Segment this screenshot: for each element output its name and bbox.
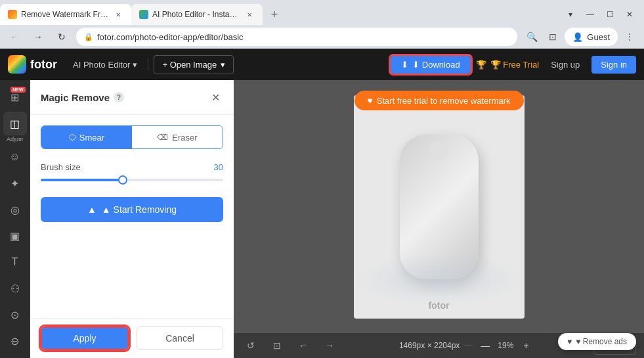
brush-size-value: 30 bbox=[214, 162, 223, 172]
open-image-label: + Open Image bbox=[162, 60, 217, 70]
start-removing-button[interactable]: ▲ ▲ Start Removing bbox=[41, 197, 223, 222]
back-button[interactable]: ← bbox=[5, 28, 24, 46]
zoom-info: 1469px × 2204px — — 19% + bbox=[399, 338, 533, 353]
split-view-icon[interactable]: ⊡ bbox=[544, 28, 562, 46]
flip-icon[interactable]: ⊡ bbox=[268, 336, 286, 355]
fotor-logo: fotor bbox=[8, 55, 57, 74]
main-area: ⊞ NEW ◫ Adjust ☺ ✦ ◎ ▣ T ⚇ ⊙ ⊖ Magic Rem… bbox=[0, 80, 644, 358]
face-icon[interactable]: ☺ bbox=[3, 145, 27, 169]
eraser-icon: ⌫ bbox=[157, 133, 168, 142]
panel-footer: Apply Cancel bbox=[30, 318, 234, 358]
logo-icon bbox=[8, 55, 26, 74]
brush-size-slider[interactable] bbox=[41, 179, 223, 181]
win-minimize[interactable]: ▾ bbox=[561, 5, 580, 24]
image-dimensions: 1469px × 2204px bbox=[399, 341, 460, 350]
ai-photo-editor-button[interactable]: AI Photo Editor ▾ bbox=[68, 57, 142, 72]
browser-chrome: Remove Watermark From Photo ✕ AI Photo E… bbox=[0, 0, 644, 49]
slider-thumb[interactable] bbox=[118, 175, 127, 185]
smear-label: Smear bbox=[79, 133, 104, 143]
tab-bar: Remove Watermark From Photo ✕ AI Photo E… bbox=[0, 0, 644, 25]
url-text: fotor.com/photo-editor-app/editor/basic bbox=[97, 32, 509, 42]
header-divider bbox=[148, 58, 148, 71]
help-icon[interactable]: ? bbox=[114, 92, 124, 102]
tool-adjust[interactable]: ◫ Adjust bbox=[3, 112, 27, 143]
signin-button[interactable]: Sign in bbox=[591, 56, 636, 74]
window-controls: ▾ — ☐ ✕ bbox=[561, 5, 644, 24]
frame-icon[interactable]: ▣ bbox=[3, 224, 27, 248]
splash-effect bbox=[354, 253, 525, 305]
panel-close-button[interactable]: ✕ bbox=[207, 89, 223, 105]
guest-button[interactable]: 👤 Guest bbox=[565, 28, 618, 46]
eraser-label: Eraser bbox=[172, 133, 197, 143]
left-toolbar: ⊞ NEW ◫ Adjust ☺ ✦ ◎ ▣ T ⚇ ⊙ ⊖ bbox=[0, 80, 30, 358]
guest-label: Guest bbox=[587, 32, 610, 42]
download-button[interactable]: ⬇ ⬇ Download bbox=[391, 56, 470, 74]
effects-icon[interactable]: ✦ bbox=[3, 171, 27, 195]
person-icon: 👤 bbox=[572, 32, 583, 42]
signup-button[interactable]: Sign up bbox=[544, 56, 586, 74]
panel-title: Magic Remove ? bbox=[41, 92, 124, 103]
minus-icon[interactable]: ⊖ bbox=[3, 329, 27, 353]
trophy-icon: 🏆 bbox=[476, 60, 486, 70]
grid-icon-symbol: ⊞ bbox=[11, 91, 19, 104]
brush-size-row: Brush size 30 bbox=[41, 162, 223, 172]
search-icon[interactable]: 🔍 bbox=[523, 28, 541, 46]
tab-instant[interactable]: AI Photo Editor - Instant Photo E... ✕ bbox=[131, 4, 263, 25]
zoom-out-button[interactable]: — bbox=[478, 338, 492, 353]
start-removing-icon: ▲ bbox=[87, 204, 97, 215]
watermark-banner[interactable]: ♥ Start free trial to remove watermark bbox=[354, 91, 523, 110]
tab-close-1[interactable]: ✕ bbox=[113, 9, 123, 20]
url-bar[interactable]: 🔒 fotor.com/photo-editor-app/editor/basi… bbox=[76, 28, 517, 46]
adjust-icon[interactable]: ◫ bbox=[3, 112, 27, 135]
eye-icon[interactable]: ◎ bbox=[3, 198, 27, 221]
tab-close-2[interactable]: ✕ bbox=[244, 9, 255, 20]
address-icons: 🔍 ⊡ 👤 Guest ⋮ bbox=[523, 28, 639, 46]
win-restore[interactable]: ☐ bbox=[601, 5, 619, 24]
text-icon[interactable]: T bbox=[3, 250, 27, 274]
zoom-level: 19% bbox=[498, 341, 513, 350]
reload-button[interactable]: ↻ bbox=[53, 28, 71, 46]
people-icon[interactable]: ⚇ bbox=[3, 277, 27, 300]
chevron-down-icon-2: ▾ bbox=[221, 60, 225, 70]
tool-grid[interactable]: ⊞ NEW bbox=[3, 85, 27, 109]
smear-icon: ⬡ bbox=[69, 133, 75, 142]
open-image-button[interactable]: + Open Image ▾ bbox=[154, 55, 234, 74]
win-close[interactable]: ✕ bbox=[620, 5, 639, 24]
sticker-icon[interactable]: ⊙ bbox=[3, 303, 27, 326]
adjust-label: Adjust bbox=[7, 136, 23, 143]
cancel-button[interactable]: Cancel bbox=[137, 326, 223, 350]
prev-icon[interactable]: ← bbox=[294, 336, 312, 355]
rotate-icon[interactable]: ↺ bbox=[242, 336, 260, 355]
start-removing-label: ▲ Start Removing bbox=[102, 204, 177, 215]
new-badge: NEW bbox=[11, 87, 25, 93]
magic-remove-panel: Magic Remove ? ✕ ⬡ Smear ⌫ Eraser bbox=[30, 80, 234, 358]
tab-active[interactable]: Remove Watermark From Photo ✕ bbox=[0, 4, 131, 25]
apply-label: Apply bbox=[73, 333, 96, 344]
fotor-watermark: fotor bbox=[429, 300, 450, 311]
signup-label: Sign up bbox=[551, 60, 580, 70]
eraser-button[interactable]: ⌫ Eraser bbox=[132, 126, 223, 148]
panel-body: ⬡ Smear ⌫ Eraser Brush size 30 bbox=[30, 115, 234, 318]
grid-icon[interactable]: ⊞ NEW bbox=[3, 85, 27, 109]
new-tab-button[interactable]: + bbox=[265, 5, 284, 24]
tab-favicon-fotor bbox=[8, 10, 17, 19]
next-icon[interactable]: → bbox=[320, 336, 339, 355]
remove-ads-button[interactable]: ♥ ♥ Remove ads bbox=[558, 333, 636, 350]
watermark-banner-text: Start free trial to remove watermark bbox=[377, 96, 511, 106]
chevron-down-icon: ▾ bbox=[133, 60, 137, 70]
free-trial-label: 🏆 Free Trial bbox=[490, 60, 540, 70]
smear-button[interactable]: ⬡ Smear bbox=[41, 126, 132, 148]
heart-icon: ♥ bbox=[367, 95, 372, 106]
forward-button[interactable]: → bbox=[29, 28, 47, 46]
apply-button[interactable]: Apply bbox=[41, 326, 129, 350]
signin-label: Sign in bbox=[601, 60, 627, 70]
zoom-in-button[interactable]: + bbox=[519, 338, 533, 353]
more-options-icon[interactable]: ⋮ bbox=[620, 28, 639, 46]
download-label: ⬇ Download bbox=[412, 60, 460, 70]
lock-icon: 🔒 bbox=[84, 33, 93, 41]
ai-photo-label: AI Photo Editor bbox=[73, 60, 130, 70]
canvas-area: ♥ Start free trial to remove watermark f… bbox=[234, 80, 644, 358]
free-trial-button[interactable]: 🏆 🏆 Free Trial bbox=[476, 60, 540, 70]
tab-favicon-instant bbox=[139, 10, 148, 19]
win-minimize-btn[interactable]: — bbox=[581, 5, 599, 24]
